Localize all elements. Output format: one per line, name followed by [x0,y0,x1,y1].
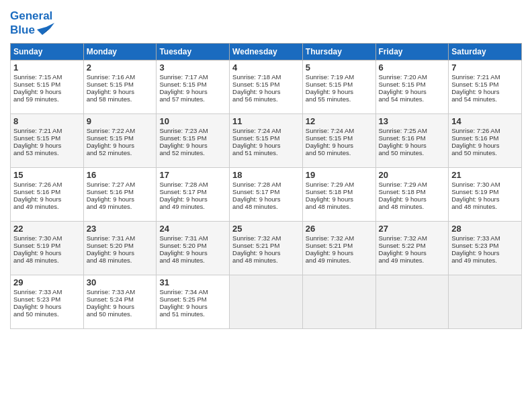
daylight-label: Daylight: 9 hours [451,142,499,149]
sunset-label: Sunset: 5:15 PM [13,81,60,88]
sunrise-label: Sunrise: 7:32 AM [379,234,427,242]
sunset-label: Sunset: 5:20 PM [159,242,206,249]
sunrise-label: Sunrise: 7:29 AM [306,181,354,188]
daylight-minutes: and 50 minutes. [13,310,59,318]
calendar-cell: 26 Sunrise: 7:32 AM Sunset: 5:21 PM Dayl… [302,221,375,275]
logo-blue: Blue [10,24,35,37]
sunset-label: Sunset: 5:23 PM [451,242,498,249]
sunset-label: Sunset: 5:16 PM [13,188,60,195]
daylight-label: Daylight: 9 hours [306,249,353,257]
daylight-label: Daylight: 9 hours [379,88,427,95]
daylight-minutes: and 48 minutes. [379,203,425,210]
sunset-label: Sunset: 5:24 PM [87,295,134,303]
daylight-label: Daylight: 9 hours [13,303,61,310]
col-thursday: Thursday [302,43,375,60]
sunset-label: Sunset: 5:17 PM [159,188,206,195]
sunset-label: Sunset: 5:16 PM [379,134,426,142]
sunset-label: Sunset: 5:15 PM [306,81,353,88]
day-number: 7 [451,62,519,73]
sunset-label: Sunset: 5:15 PM [87,81,134,88]
logo-bird-icon [37,23,54,38]
daylight-minutes: and 48 minutes. [306,203,351,210]
daylight-minutes: and 48 minutes. [87,257,132,264]
col-tuesday: Tuesday [157,43,230,60]
sunset-label: Sunset: 5:15 PM [13,134,60,142]
daylight-label: Daylight: 9 hours [232,142,280,149]
calendar-table: Sunday Monday Tuesday Wednesday Thursday… [10,43,522,329]
calendar-cell: 10 Sunrise: 7:23 AM Sunset: 5:15 PM Dayl… [157,113,230,167]
calendar-cell: 3 Sunrise: 7:17 AM Sunset: 5:15 PM Dayli… [157,60,230,113]
daylight-label: Daylight: 9 hours [87,195,134,203]
daylight-label: Daylight: 9 hours [87,303,134,310]
sunrise-label: Sunrise: 7:21 AM [451,73,500,81]
calendar-cell: 15 Sunrise: 7:26 AM Sunset: 5:16 PM Dayl… [11,167,84,221]
calendar-week-row: 8 Sunrise: 7:21 AM Sunset: 5:15 PM Dayli… [11,113,522,167]
sunset-label: Sunset: 5:18 PM [379,188,426,195]
calendar-cell: 21 Sunrise: 7:30 AM Sunset: 5:19 PM Dayl… [449,167,522,221]
daylight-label: Daylight: 9 hours [159,142,207,149]
calendar-cell: 5 Sunrise: 7:19 AM Sunset: 5:15 PM Dayli… [302,60,375,113]
sunset-label: Sunset: 5:15 PM [451,81,498,88]
daylight-label: Daylight: 9 hours [13,195,61,203]
daylight-minutes: and 49 minutes. [306,257,351,264]
daylight-label: Daylight: 9 hours [159,195,207,203]
daylight-minutes: and 57 minutes. [159,95,205,103]
daylight-minutes: and 49 minutes. [13,203,59,210]
daylight-label: Daylight: 9 hours [87,88,134,95]
daylight-minutes: and 54 minutes. [451,95,497,103]
sunrise-label: Sunrise: 7:31 AM [159,234,208,242]
calendar-cell: 19 Sunrise: 7:29 AM Sunset: 5:18 PM Dayl… [302,167,375,221]
sunrise-label: Sunrise: 7:34 AM [159,288,208,295]
day-number: 5 [306,62,373,73]
daylight-label: Daylight: 9 hours [232,88,280,95]
sunset-label: Sunset: 5:21 PM [306,242,353,249]
sunrise-label: Sunrise: 7:22 AM [87,127,135,134]
calendar-week-row: 15 Sunrise: 7:26 AM Sunset: 5:16 PM Dayl… [11,167,522,221]
calendar-cell: 29 Sunrise: 7:33 AM Sunset: 5:23 PM Dayl… [11,275,84,328]
col-monday: Monday [83,43,157,60]
daylight-label: Daylight: 9 hours [379,195,427,203]
header: General Blue [10,7,522,38]
daylight-label: Daylight: 9 hours [159,303,207,310]
day-number: 28 [451,224,519,234]
daylight-minutes: and 58 minutes. [87,95,132,103]
daylight-label: Daylight: 9 hours [451,195,499,203]
sunrise-label: Sunrise: 7:26 AM [451,127,500,134]
calendar-cell: 2 Sunrise: 7:16 AM Sunset: 5:15 PM Dayli… [83,60,157,113]
daylight-minutes: and 53 minutes. [13,149,59,156]
day-number: 11 [232,116,300,126]
day-number: 16 [87,170,154,180]
daylight-label: Daylight: 9 hours [87,142,134,149]
daylight-minutes: and 49 minutes. [159,203,205,210]
calendar-cell: 31 Sunrise: 7:34 AM Sunset: 5:25 PM Dayl… [157,275,230,328]
daylight-minutes: and 49 minutes. [379,257,425,264]
sunrise-label: Sunrise: 7:15 AM [13,73,62,81]
calendar-cell: 9 Sunrise: 7:22 AM Sunset: 5:15 PM Dayli… [83,113,157,167]
sunrise-label: Sunrise: 7:18 AM [232,73,281,81]
daylight-minutes: and 48 minutes. [159,257,205,264]
day-number: 6 [379,62,446,73]
sunset-label: Sunset: 5:17 PM [232,188,279,195]
col-sunday: Sunday [11,43,84,60]
daylight-minutes: and 48 minutes. [232,203,278,210]
daylight-minutes: and 50 minutes. [87,310,132,318]
calendar-cell: 1 Sunrise: 7:15 AM Sunset: 5:15 PM Dayli… [11,60,84,113]
sunrise-label: Sunrise: 7:32 AM [306,234,354,242]
calendar-week-row: 29 Sunrise: 7:33 AM Sunset: 5:23 PM Dayl… [11,275,522,328]
daylight-label: Daylight: 9 hours [306,142,353,149]
day-number: 15 [13,170,81,180]
sunset-label: Sunset: 5:22 PM [379,242,426,249]
calendar-cell [230,275,303,328]
calendar-cell: 7 Sunrise: 7:21 AM Sunset: 5:15 PM Dayli… [449,60,522,113]
day-number: 2 [87,62,154,73]
daylight-label: Daylight: 9 hours [232,195,280,203]
day-number: 26 [306,224,373,234]
calendar-week-row: 1 Sunrise: 7:15 AM Sunset: 5:15 PM Dayli… [11,60,522,113]
sunset-label: Sunset: 5:15 PM [159,134,206,142]
calendar-cell: 22 Sunrise: 7:30 AM Sunset: 5:19 PM Dayl… [11,221,84,275]
logo-general: General [10,9,52,22]
sunrise-label: Sunrise: 7:21 AM [13,127,62,134]
calendar-cell: 24 Sunrise: 7:31 AM Sunset: 5:20 PM Dayl… [157,221,230,275]
day-number: 18 [232,170,300,180]
day-number: 14 [451,116,519,126]
